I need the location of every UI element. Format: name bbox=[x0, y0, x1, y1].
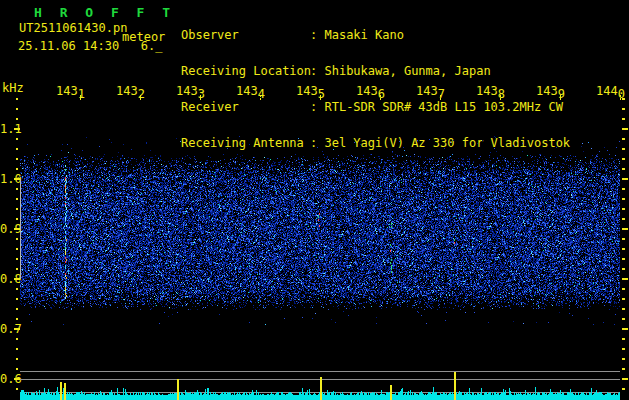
meteor-event-spike bbox=[64, 383, 66, 400]
meteor-event-spike bbox=[177, 379, 179, 400]
meteor-event-layer bbox=[0, 0, 629, 400]
meteor-event-spike bbox=[320, 377, 322, 400]
meteor-event-spike bbox=[454, 372, 456, 400]
meteor-event-spike bbox=[390, 385, 392, 400]
meteor-event-spike bbox=[60, 382, 62, 400]
hrofft-screen: H R O F F T UT2511061430.pn meteor 25.11… bbox=[0, 0, 629, 400]
